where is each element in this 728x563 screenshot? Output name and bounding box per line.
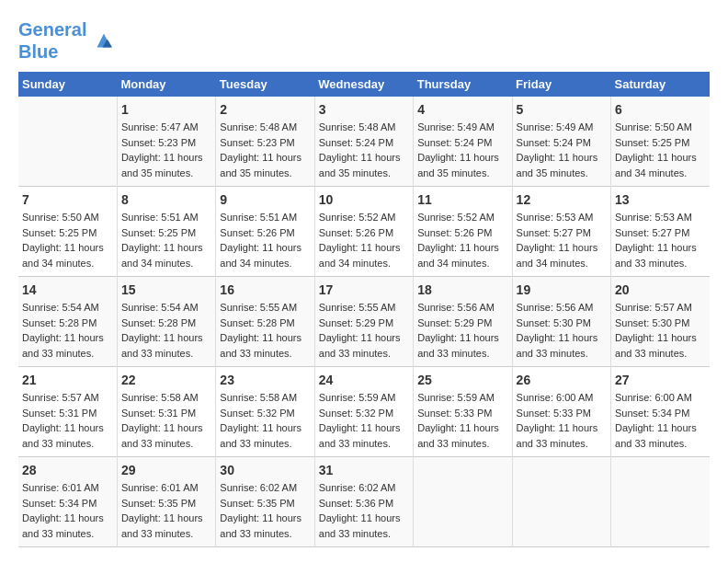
day-number: 24 — [319, 373, 409, 387]
calendar-cell: 3Sunrise: 5:48 AM Sunset: 5:24 PM Daylig… — [314, 97, 413, 187]
calendar-cell: 23Sunrise: 5:58 AM Sunset: 5:32 PM Dayli… — [216, 367, 314, 457]
calendar-week-row: 28Sunrise: 6:01 AM Sunset: 5:34 PM Dayli… — [18, 457, 710, 547]
day-info: Sunrise: 5:54 AM Sunset: 5:28 PM Dayligh… — [121, 300, 211, 361]
calendar-week-row: 21Sunrise: 5:57 AM Sunset: 5:31 PM Dayli… — [18, 367, 710, 457]
day-info: Sunrise: 6:00 AM Sunset: 5:34 PM Dayligh… — [615, 390, 706, 451]
weekday-header: Saturday — [611, 72, 710, 97]
calendar-cell: 1Sunrise: 5:47 AM Sunset: 5:23 PM Daylig… — [117, 97, 215, 187]
day-info: Sunrise: 5:53 AM Sunset: 5:27 PM Dayligh… — [615, 210, 706, 270]
calendar-cell: 11Sunrise: 5:52 AM Sunset: 5:26 PM Dayli… — [414, 187, 512, 277]
day-number: 21 — [22, 373, 113, 387]
day-number: 7 — [22, 192, 113, 207]
calendar-cell: 31Sunrise: 6:02 AM Sunset: 5:36 PM Dayli… — [314, 457, 413, 547]
calendar-cell: 17Sunrise: 5:55 AM Sunset: 5:29 PM Dayli… — [314, 277, 413, 367]
day-number: 31 — [319, 463, 409, 477]
weekday-header: Friday — [512, 72, 610, 97]
day-number: 5 — [517, 102, 607, 117]
day-number: 29 — [121, 463, 211, 477]
day-info: Sunrise: 5:54 AM Sunset: 5:28 PM Dayligh… — [22, 300, 113, 361]
calendar-cell: 16Sunrise: 5:55 AM Sunset: 5:28 PM Dayli… — [216, 277, 314, 367]
calendar-cell: 28Sunrise: 6:01 AM Sunset: 5:34 PM Dayli… — [18, 457, 117, 547]
day-number: 3 — [319, 102, 409, 117]
day-number: 14 — [22, 282, 113, 297]
day-info: Sunrise: 5:48 AM Sunset: 5:23 PM Dayligh… — [220, 120, 310, 180]
calendar-cell: 19Sunrise: 5:56 AM Sunset: 5:30 PM Dayli… — [512, 277, 610, 367]
calendar-cell: 14Sunrise: 5:54 AM Sunset: 5:28 PM Dayli… — [18, 277, 117, 367]
day-info: Sunrise: 5:59 AM Sunset: 5:32 PM Dayligh… — [319, 390, 409, 451]
calendar-cell: 12Sunrise: 5:53 AM Sunset: 5:27 PM Dayli… — [512, 187, 610, 277]
day-info: Sunrise: 5:59 AM Sunset: 5:33 PM Dayligh… — [417, 390, 507, 451]
day-number: 15 — [121, 282, 211, 297]
day-number: 9 — [220, 192, 310, 207]
day-number: 20 — [615, 282, 706, 297]
calendar-cell: 18Sunrise: 5:56 AM Sunset: 5:29 PM Dayli… — [414, 277, 512, 367]
day-number: 2 — [220, 102, 310, 117]
page-header: GeneralBlue — [18, 18, 710, 63]
day-info: Sunrise: 5:56 AM Sunset: 5:29 PM Dayligh… — [417, 300, 507, 361]
calendar-cell: 6Sunrise: 5:50 AM Sunset: 5:25 PM Daylig… — [611, 97, 710, 187]
day-info: Sunrise: 6:01 AM Sunset: 5:34 PM Dayligh… — [22, 480, 113, 541]
calendar-cell: 8Sunrise: 5:51 AM Sunset: 5:25 PM Daylig… — [117, 187, 215, 277]
calendar-cell — [512, 457, 610, 547]
calendar-cell — [414, 457, 512, 547]
day-number: 22 — [121, 373, 211, 387]
day-number: 19 — [517, 282, 607, 297]
calendar-cell: 21Sunrise: 5:57 AM Sunset: 5:31 PM Dayli… — [18, 367, 117, 457]
weekday-header: Thursday — [414, 72, 512, 97]
day-number: 16 — [220, 282, 310, 297]
logo-text: GeneralBlue — [18, 18, 86, 63]
day-info: Sunrise: 5:50 AM Sunset: 5:25 PM Dayligh… — [22, 210, 113, 270]
day-number: 10 — [319, 192, 409, 207]
day-number: 25 — [417, 373, 507, 387]
day-number: 28 — [22, 463, 113, 477]
day-number: 11 — [417, 192, 507, 207]
day-info: Sunrise: 5:51 AM Sunset: 5:25 PM Dayligh… — [121, 210, 211, 270]
day-number: 12 — [517, 192, 607, 207]
calendar-cell: 20Sunrise: 5:57 AM Sunset: 5:30 PM Dayli… — [611, 277, 710, 367]
day-info: Sunrise: 5:48 AM Sunset: 5:24 PM Dayligh… — [319, 120, 409, 180]
calendar-cell: 4Sunrise: 5:49 AM Sunset: 5:24 PM Daylig… — [414, 97, 512, 187]
weekday-header: Monday — [117, 72, 215, 97]
calendar-week-row: 1Sunrise: 5:47 AM Sunset: 5:23 PM Daylig… — [18, 97, 710, 187]
calendar-cell: 25Sunrise: 5:59 AM Sunset: 5:33 PM Dayli… — [414, 367, 512, 457]
calendar-cell: 10Sunrise: 5:52 AM Sunset: 5:26 PM Dayli… — [314, 187, 413, 277]
day-number: 27 — [615, 373, 706, 387]
day-number: 23 — [220, 373, 310, 387]
day-info: Sunrise: 5:55 AM Sunset: 5:29 PM Dayligh… — [319, 300, 409, 361]
day-info: Sunrise: 5:55 AM Sunset: 5:28 PM Dayligh… — [220, 300, 310, 361]
day-number: 26 — [517, 373, 607, 387]
calendar-week-row: 14Sunrise: 5:54 AM Sunset: 5:28 PM Dayli… — [18, 277, 710, 367]
day-info: Sunrise: 5:52 AM Sunset: 5:26 PM Dayligh… — [319, 210, 409, 270]
day-info: Sunrise: 5:57 AM Sunset: 5:30 PM Dayligh… — [615, 300, 706, 361]
day-number: 4 — [417, 102, 507, 117]
calendar-cell: 13Sunrise: 5:53 AM Sunset: 5:27 PM Dayli… — [611, 187, 710, 277]
day-number: 30 — [220, 463, 310, 477]
day-info: Sunrise: 5:51 AM Sunset: 5:26 PM Dayligh… — [220, 210, 310, 270]
weekday-header: Sunday — [18, 72, 117, 97]
calendar-cell — [18, 97, 117, 187]
day-number: 6 — [615, 102, 706, 117]
weekday-header: Tuesday — [216, 72, 314, 97]
day-info: Sunrise: 6:01 AM Sunset: 5:35 PM Dayligh… — [121, 480, 211, 541]
calendar-cell: 5Sunrise: 5:49 AM Sunset: 5:24 PM Daylig… — [512, 97, 610, 187]
day-number: 1 — [121, 102, 211, 117]
day-info: Sunrise: 5:56 AM Sunset: 5:30 PM Dayligh… — [517, 300, 607, 361]
day-info: Sunrise: 5:47 AM Sunset: 5:23 PM Dayligh… — [121, 120, 211, 180]
day-info: Sunrise: 5:58 AM Sunset: 5:32 PM Dayligh… — [220, 390, 310, 451]
day-info: Sunrise: 6:02 AM Sunset: 5:36 PM Dayligh… — [319, 480, 409, 541]
calendar-cell: 22Sunrise: 5:58 AM Sunset: 5:31 PM Dayli… — [117, 367, 215, 457]
calendar-cell: 29Sunrise: 6:01 AM Sunset: 5:35 PM Dayli… — [117, 457, 215, 547]
day-info: Sunrise: 5:53 AM Sunset: 5:27 PM Dayligh… — [517, 210, 607, 270]
day-info: Sunrise: 6:02 AM Sunset: 5:35 PM Dayligh… — [220, 480, 310, 541]
calendar-header-row: SundayMondayTuesdayWednesdayThursdayFrid… — [18, 72, 710, 97]
calendar-table: SundayMondayTuesdayWednesdayThursdayFrid… — [18, 72, 710, 547]
logo-icon — [90, 27, 118, 54]
calendar-cell: 24Sunrise: 5:59 AM Sunset: 5:32 PM Dayli… — [314, 367, 413, 457]
day-info: Sunrise: 5:58 AM Sunset: 5:31 PM Dayligh… — [121, 390, 211, 451]
calendar-cell: 26Sunrise: 6:00 AM Sunset: 5:33 PM Dayli… — [512, 367, 610, 457]
calendar-cell — [611, 457, 710, 547]
day-number: 18 — [417, 282, 507, 297]
day-number: 13 — [615, 192, 706, 207]
calendar-cell: 30Sunrise: 6:02 AM Sunset: 5:35 PM Dayli… — [216, 457, 314, 547]
day-info: Sunrise: 5:49 AM Sunset: 5:24 PM Dayligh… — [417, 120, 507, 180]
